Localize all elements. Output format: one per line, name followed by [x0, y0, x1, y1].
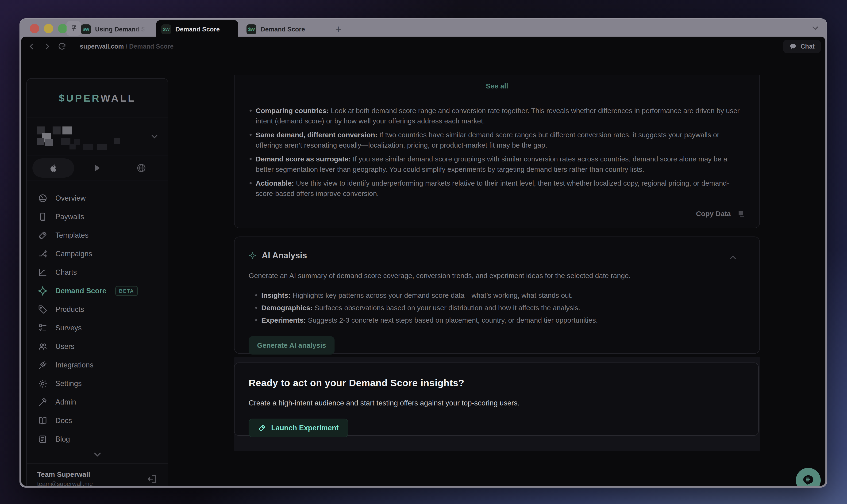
rocket-icon [38, 230, 48, 240]
window-controls [30, 24, 67, 33]
ai-analysis-header: AI Analysis [249, 251, 745, 260]
insight-bullet: Actionable: Use this view to identify un… [249, 178, 747, 199]
sidebar-item-label: Campaigns [55, 250, 92, 258]
sidebar-item-docs[interactable]: Docs [27, 411, 168, 430]
ai-bullet: Insights: Highlights key patterns across… [255, 289, 745, 302]
sidebar-item-label: Surveys [55, 324, 82, 332]
sidebar-footer: Team Superwall team@superwall.me [27, 463, 168, 486]
address-bar[interactable]: superwall.com / Demand Score [80, 43, 174, 50]
back-button[interactable] [24, 39, 39, 54]
beta-badge: BETA [115, 286, 138, 296]
chat-button[interactable]: Chat [783, 40, 821, 53]
ai-bullet: Experiments: Suggests 2-3 concrete next … [255, 314, 745, 326]
sidebar-item-blog[interactable]: Blog [27, 430, 168, 448]
phone-icon [38, 212, 48, 222]
superwall-logo[interactable]: $UPERWALL [59, 92, 136, 104]
sidebar-item-campaigns[interactable]: Campaigns [27, 245, 168, 263]
sidebar-item-overview[interactable]: Overview [27, 189, 168, 208]
tag-icon [38, 304, 48, 314]
checklist-icon [38, 323, 48, 333]
main-content: See all Comparing countries: Look at bot… [234, 75, 760, 486]
browser-tab-2-active[interactable]: $W Demand Score [156, 20, 238, 38]
sidebar-more-chevron-down-icon[interactable] [27, 449, 168, 460]
pie-chart-icon [38, 193, 48, 203]
book-icon [38, 416, 48, 426]
insights-bullet-list: Comparing countries: Look at both demand… [234, 106, 759, 199]
insight-bullet: Demand score as surrogate: If you see si… [249, 154, 747, 175]
copy-data-label: Copy Data [696, 210, 731, 218]
cta-panel: Ready to act on your Demand Score insigh… [234, 357, 760, 451]
sidebar-item-admin[interactable]: Admin [27, 393, 168, 411]
sidebar-item-surveys[interactable]: Surveys [27, 319, 168, 337]
sidebar-item-label: Settings [55, 379, 82, 388]
chat-bubble-icon [789, 43, 797, 50]
sidebar-item-demand-score[interactable]: Demand Score BETA [27, 282, 168, 300]
sidebar-item-label: Overview [55, 194, 86, 202]
reload-button[interactable] [54, 39, 70, 54]
sidebar-item-label: Integrations [55, 361, 93, 369]
collapse-chevron-up-icon[interactable] [728, 252, 738, 262]
sidebar-item-settings[interactable]: Settings [27, 374, 168, 393]
sidebar-nav: Overview Paywalls Templates Campaigns Ch… [27, 180, 168, 448]
sidebar-item-label: Admin [55, 398, 76, 407]
logo-accent: $UPER [59, 92, 101, 104]
split-arrow-icon [38, 249, 48, 259]
tab-title: Demand Score [175, 26, 220, 33]
sidebar-item-label: Demand Score [55, 287, 106, 295]
generate-ai-analysis-button[interactable]: Generate AI analysis [249, 336, 335, 355]
logout-icon[interactable] [146, 474, 157, 485]
sidebar-item-users[interactable]: Users [27, 337, 168, 356]
cta-card: Ready to act on your Demand Score insigh… [234, 362, 759, 436]
platform-google-play-tab[interactable] [76, 158, 118, 178]
forward-button[interactable] [39, 39, 54, 54]
see-all-link[interactable]: See all [234, 82, 759, 90]
close-window-button[interactable] [30, 24, 39, 33]
sidebar-item-label: Paywalls [55, 213, 84, 221]
workspace-selector[interactable] [27, 118, 168, 156]
cta-title: Ready to act on your Demand Score insigh… [249, 378, 758, 389]
launch-experiment-label: Launch Experiment [271, 424, 339, 432]
support-chat-fab[interactable] [796, 468, 821, 486]
zoom-window-button[interactable] [58, 24, 67, 33]
newspaper-icon [38, 434, 48, 445]
browser-tab-3[interactable]: $W Demand Score [241, 22, 321, 37]
rocket-icon [258, 424, 266, 432]
sparkle-icon [38, 286, 48, 296]
launch-experiment-button[interactable]: Launch Experiment [249, 419, 348, 437]
chat-button-label: Chat [800, 43, 815, 50]
copy-data-button[interactable]: Copy Data [696, 210, 745, 218]
tab-list-chevron-down-icon[interactable] [811, 23, 820, 33]
sidebar-item-label: Charts [55, 268, 77, 277]
users-icon [38, 341, 48, 352]
workspace-chevron-down-icon [149, 132, 159, 142]
play-icon [93, 163, 102, 173]
sidebar-item-charts[interactable]: Charts [27, 263, 168, 282]
hammer-icon [38, 397, 48, 407]
platform-switcher [27, 156, 168, 180]
sidebar-item-products[interactable]: Products [27, 300, 168, 319]
url-path: Demand Score [129, 43, 174, 50]
plug-icon [38, 360, 48, 370]
platform-web-tab[interactable] [120, 158, 162, 178]
url-separator: / [124, 43, 129, 50]
minimize-window-button[interactable] [44, 24, 53, 33]
line-chart-icon [38, 267, 48, 277]
platform-apple-tab[interactable] [32, 158, 74, 178]
ai-analysis-card: AI Analysis Generate an AI summary of de… [234, 236, 760, 354]
logo-block: $UPERWALL [27, 78, 168, 118]
browser-tab-1[interactable]: $W Using Demand Score i [76, 22, 153, 37]
sidebar-item-label: Users [55, 342, 74, 351]
superwall-favicon: $W [247, 24, 257, 34]
demand-score-insights-card: See all Comparing countries: Look at bot… [234, 75, 760, 228]
globe-icon [136, 163, 146, 173]
superwall-favicon: $W [81, 24, 91, 34]
sidebar-item-paywalls[interactable]: Paywalls [27, 208, 168, 226]
sidebar-item-integrations[interactable]: Integrations [27, 356, 168, 374]
sidebar-item-label: Products [55, 305, 84, 314]
sidebar: $UPERWALL [26, 78, 168, 486]
redacted-workspace-identity [37, 126, 121, 149]
new-tab-button[interactable]: + [332, 22, 345, 36]
insight-bullet: Comparing countries: Look at both demand… [249, 106, 747, 126]
sidebar-item-templates[interactable]: Templates [27, 226, 168, 245]
url-domain: superwall.com [80, 43, 124, 50]
